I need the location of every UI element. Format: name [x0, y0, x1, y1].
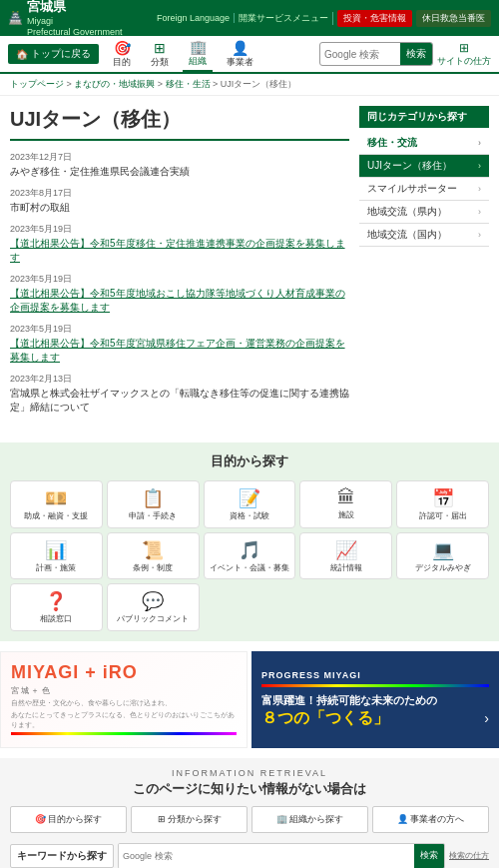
application-icon: 📋	[142, 487, 164, 509]
purpose-section: 目的から探す 💴 助成・融資・支援 📋 申請・手続き 📝 資格・試験 🏛 施設 …	[0, 442, 499, 641]
search-method-link[interactable]: 検索の仕方	[449, 850, 489, 861]
business-search-icon: 👤	[397, 814, 408, 824]
nav-purpose[interactable]: 🎯 目的	[107, 38, 137, 71]
list-item: 2023年5月19日 【道北相果公告】令和5年度地域おこし協力隊等地域づくり人材…	[10, 273, 349, 315]
header-search-box[interactable]: 検索	[319, 42, 433, 66]
miyagi-iro-title: MIYAGI + iRO	[11, 662, 237, 683]
list-item: 2023年2月13日 宮城県と株式会社ザイマックスとの「転職なき移住等の促進に関…	[10, 373, 349, 415]
keyword-search-row: キーワードから探す 検索 検索の仕方	[10, 839, 489, 868]
banner-next-icon[interactable]: ›	[484, 710, 489, 726]
plan-icon: 📊	[45, 539, 67, 561]
event-icon: 🎵	[239, 539, 260, 561]
news-link[interactable]: 【道北相果公告】令和5年度宮城県移住フェア企画・運営業務の企画提案を募集します	[10, 338, 345, 363]
logo-prefecture: 宮城県	[27, 0, 123, 16]
purpose-label: 相談窓口	[40, 614, 72, 624]
purpose-item-plan[interactable]: 📊 計画・施策	[10, 532, 103, 580]
progress-title: PROGRESS MIYAGI	[261, 670, 489, 680]
subsidy-icon: 💴	[45, 487, 67, 509]
nav-business[interactable]: 👤 事業者	[221, 38, 259, 71]
header-search-input[interactable]	[320, 47, 400, 62]
logo-sub: Miyagi Prefectural Government	[27, 16, 123, 38]
emergency-button[interactable]: 投資・危害情報	[337, 10, 412, 27]
sidebar-item-smile[interactable]: スマイルサポーター ›	[359, 178, 489, 201]
purpose-label: 許認可・届出	[419, 511, 467, 521]
sidebar-section: 同じカテゴリから探す 移住・交流 › UJIターン（移住） › スマイルサポータ…	[359, 106, 489, 247]
news-date: 2023年8月17日	[10, 187, 349, 200]
sidebar: 同じカテゴリから探す 移住・交流 › UJIターン（移住） › スマイルサポータ…	[359, 106, 489, 423]
news-date: 2023年5月19日	[10, 223, 349, 236]
header-utility-nav: Foreign Language 開業サービスメニュー 投資・危害情報 休日救急…	[157, 10, 491, 27]
breadcrumb-home[interactable]: トップページ	[10, 79, 64, 89]
home-icon: 🏠	[16, 49, 28, 60]
purpose-label: 申請・手続き	[129, 511, 177, 521]
header-search-button[interactable]: 検索	[400, 43, 432, 65]
info-org-button[interactable]: 🏢 組織から探す	[251, 806, 368, 833]
header-nav-left: 🏠 トップに戻る 🎯 目的 ⊞ 分類 🏢 組織 👤 事業者	[8, 37, 259, 72]
purpose-item-ordinance[interactable]: 📜 条例・制度	[107, 532, 200, 580]
info-title-en: INFORMATION RETRIEVAL	[10, 768, 489, 778]
progress-num: ８つの「つくる」	[261, 708, 389, 729]
news-date: 2023年5月19日	[10, 273, 349, 286]
arrow-icon: ›	[478, 184, 481, 194]
header-top-bar: 🏯 宮城県 Miyagi Prefectural Government Fore…	[0, 0, 499, 36]
purpose-item-permit[interactable]: 📅 許認可・届出	[396, 480, 489, 528]
nav-category[interactable]: ⊞ 分類	[145, 38, 175, 71]
keyword-search-input[interactable]	[119, 844, 414, 868]
breadcrumb-region[interactable]: まなびの・地域振興	[74, 79, 155, 89]
sidebar-item-local-nation[interactable]: 地域交流（国内） ›	[359, 224, 489, 247]
info-business-button[interactable]: 👤 事業者の方へ	[372, 806, 489, 833]
miyagi-iro-banner[interactable]: MIYAGI + iRO 宮 城 ＋ 色 自然や歴史・文化から、食や暮らしに溶け…	[0, 651, 248, 748]
purpose-item-digital[interactable]: 💻 デジタルみやぎ	[396, 532, 489, 580]
purpose-label: イベント・会議・募集	[210, 563, 289, 573]
page-title: UJIターン（移住）	[10, 106, 349, 141]
holiday-button[interactable]: 休日救急当番医	[416, 10, 491, 27]
keyword-label: キーワードから探す	[10, 844, 114, 868]
facility-icon: 🏛	[337, 487, 355, 508]
list-item: 2023年8月17日 市町村の取組	[10, 187, 349, 215]
sitemap-icon: ⊞	[459, 41, 469, 55]
list-item: 2023年5月19日 【道北相果公告】令和5年度移住・定住推進連携事業の企画提案…	[10, 223, 349, 265]
arrow-icon: ›	[478, 138, 481, 148]
breadcrumb-migration[interactable]: 移住・生活	[166, 79, 211, 89]
info-purpose-button[interactable]: 🎯 目的から探す	[10, 806, 127, 833]
home-button[interactable]: 🏠 トップに戻る	[8, 44, 99, 64]
sidebar-category-header[interactable]: 移住・交流 ›	[359, 132, 489, 155]
sidebar-section-title: 同じカテゴリから探す	[359, 106, 489, 128]
category-icon: ⊞	[154, 40, 166, 56]
org-icon: 🏢	[190, 39, 207, 55]
purpose-label: 計画・施策	[36, 563, 76, 573]
arrow-icon: ›	[478, 230, 481, 240]
purpose-search-icon: 🎯	[35, 814, 46, 824]
sidebar-item-uji[interactable]: UJIターン（移住） ›	[359, 155, 489, 178]
purpose-item-public-comment[interactable]: 💬 パブリックコメント	[107, 583, 200, 631]
info-retrieval-section: INFORMATION RETRIEVAL このページに知りたい情報がない場合は…	[0, 758, 499, 868]
purpose-item-facility[interactable]: 🏛 施設	[299, 480, 392, 528]
keyword-search-button[interactable]: 検索	[414, 844, 444, 868]
news-link[interactable]: 【道北相果公告】令和5年度移住・定住推進連携事業の企画提案を募集します	[10, 238, 345, 263]
ordinance-icon: 📜	[142, 539, 164, 561]
service-menu-link[interactable]: 開業サービスメニュー	[239, 12, 333, 25]
purpose-item-stats[interactable]: 📈 統計情報	[299, 532, 392, 580]
foreign-language-link[interactable]: Foreign Language	[157, 13, 235, 23]
keyword-search-box[interactable]: 検索	[118, 843, 445, 868]
sitemap-button[interactable]: ⊞ サイトの仕方	[437, 41, 491, 68]
header-main-nav: 🏠 トップに戻る 🎯 目的 ⊞ 分類 🏢 組織 👤 事業者 検索 ⊞ サイトの仕…	[0, 36, 499, 74]
banner-section: MIYAGI + iRO 宮 城 ＋ 色 自然や歴史・文化から、食や暮らしに溶け…	[0, 651, 499, 748]
miyagi-subtitle: 宮 城 ＋ 色	[11, 685, 237, 696]
news-date: 2023年2月13日	[10, 373, 349, 386]
info-category-button[interactable]: ⊞ 分類から探す	[131, 806, 248, 833]
news-link[interactable]: 【道北相果公告】令和5年度地域おこし協力隊等地域づくり人材育成事業の企画提案を募…	[10, 288, 345, 313]
main-content: UJIターン（移住） 2023年12月7日 みやぎ移住・定住推進県民会議連合実績…	[10, 106, 349, 423]
info-title-ja: このページに知りたい情報がない場合は	[10, 780, 489, 798]
purpose-item-subsidy[interactable]: 💴 助成・融資・支援	[10, 480, 103, 528]
purpose-item-event[interactable]: 🎵 イベント・会議・募集	[204, 532, 296, 580]
purpose-item-consult[interactable]: ❓ 相談窓口	[10, 583, 103, 631]
stats-icon: 📈	[335, 539, 357, 561]
nav-organization[interactable]: 🏢 組織	[183, 37, 213, 72]
purpose-item-exam[interactable]: 📝 資格・試験	[204, 480, 296, 528]
progress-miyagi-banner[interactable]: PROGRESS MIYAGI 富県躍進！持続可能な未来のための ８つの「つくる…	[251, 651, 499, 748]
sidebar-item-local-pref[interactable]: 地域交流（県内） ›	[359, 201, 489, 224]
list-item: 2023年12月7日 みやぎ移住・定住推進県民会議連合実績	[10, 151, 349, 179]
public-comment-icon: 💬	[142, 590, 164, 612]
purpose-item-application[interactable]: 📋 申請・手続き	[107, 480, 200, 528]
